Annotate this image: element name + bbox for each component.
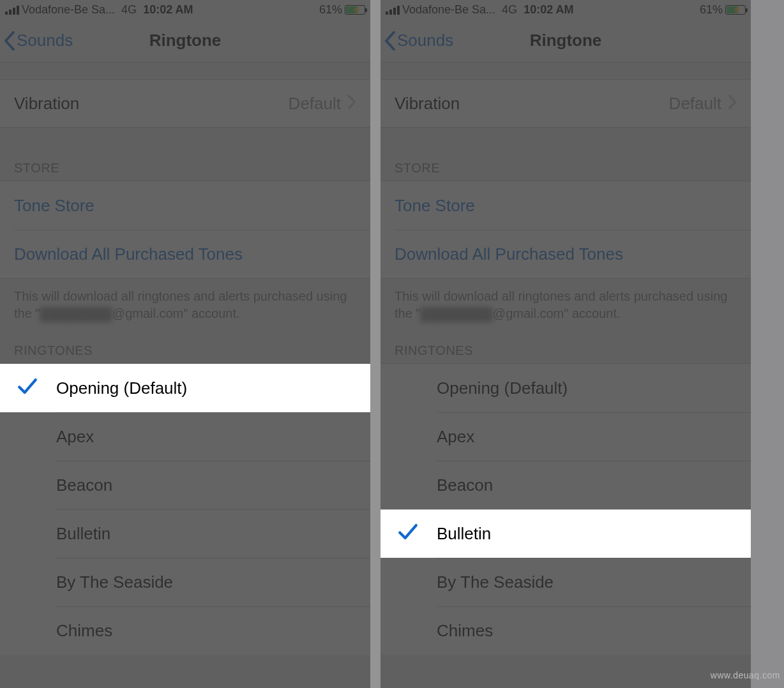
- trailing-edge: [751, 0, 784, 688]
- ringtone-label: Opening (Default): [56, 378, 187, 398]
- checkmark-icon: [397, 521, 419, 547]
- ringtone-row-opening[interactable]: Opening (Default): [0, 364, 370, 412]
- ringtone-label: Bulletin: [437, 524, 491, 544]
- ringtone-row-bulletin[interactable]: Bulletin: [381, 509, 751, 558]
- checkmark-icon: [17, 375, 38, 401]
- watermark: www.deuaq.com: [711, 670, 780, 680]
